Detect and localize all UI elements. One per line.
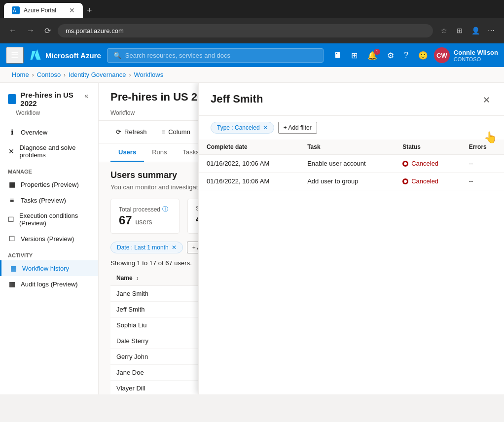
back-button[interactable]: ← [6, 24, 20, 37]
detail-col-task: Task [299, 140, 395, 155]
sidebar-item-versions[interactable]: ☐ Versions (Preview) [0, 231, 98, 246]
stat-total-processed: Total processed ⓘ 67 users [110, 199, 180, 234]
search-icon: 🔍 [113, 52, 121, 59]
sidebar-item-workflow-history[interactable]: ▦ Workflow history [0, 260, 98, 276]
feedback-btn[interactable]: 🙂 [414, 48, 432, 63]
sidebar-header: « Pre-hires in US 2022 Workflow [0, 83, 98, 124]
detail-cell-date: 01/16/2022, 10:06 AM [199, 155, 299, 173]
sidebar-item-execution[interactable]: ☐ Execution conditions (Preview) [0, 208, 98, 231]
sidebar-item-audit-logs[interactable]: ▦ Audit logs (Preview) [0, 276, 98, 292]
user-avatar: CW [434, 47, 450, 63]
sidebar-item-diagnose[interactable]: ✕ Diagnose and solve problems [0, 140, 98, 163]
svg-text:A: A [13, 8, 16, 13]
workflow-history-icon: ▦ [9, 264, 17, 272]
filter-date-label: Date : Last 1 month [117, 244, 169, 251]
detail-panel-header: Jeff Smith ✕ [199, 83, 504, 116]
sidebar-collapse-btn[interactable]: « [82, 91, 90, 101]
breadcrumb-identity-governance[interactable]: Identity Governance [69, 71, 126, 78]
sidebar-label-overview: Overview [21, 129, 47, 136]
detail-cell-status: Canceled [395, 155, 461, 173]
user-profile[interactable]: CW Connie Wilson CONTOSO [434, 47, 498, 63]
cloud-shell-btn[interactable]: 🖥 [329, 48, 345, 63]
notifications-btn[interactable]: 🔔1 [363, 48, 381, 63]
breadcrumb-sep-2: › [64, 71, 66, 78]
sidebar-label-versions: Versions (Preview) [21, 235, 74, 243]
breadcrumb-home[interactable]: Home [12, 71, 29, 78]
tasks-icon: ≡ [8, 196, 16, 204]
column-button[interactable]: ≡ Column [156, 125, 196, 139]
properties-icon: ▦ [8, 180, 16, 188]
portal-search-input[interactable] [125, 52, 317, 59]
new-tab-button[interactable]: + [83, 3, 96, 18]
detail-col-complete-date: Complete date [199, 140, 299, 155]
address-input[interactable] [58, 24, 433, 37]
sidebar-label-audit-logs: Audit logs (Preview) [21, 281, 78, 288]
detail-add-filter-btn[interactable]: + Add filter [278, 122, 317, 134]
breadcrumb-workflows[interactable]: Workflows [134, 71, 163, 78]
active-tab[interactable]: A Azure Portal ✕ [4, 3, 83, 18]
sidebar-section-manage: Manage [0, 163, 98, 176]
reload-button[interactable]: ⟳ [41, 24, 54, 37]
breadcrumb-sep-3: › [129, 71, 131, 78]
settings-btn[interactable]: ⚙ [383, 48, 398, 63]
star-icon[interactable]: ☆ [437, 24, 451, 37]
detail-panel-title: Jeff Smith [211, 93, 263, 106]
sidebar-item-tasks[interactable]: ≡ Tasks (Preview) [0, 192, 98, 208]
tab-users[interactable]: Users [110, 143, 144, 162]
detail-table-row[interactable]: 01/16/2022, 10:06 AM Enable user account… [199, 155, 504, 173]
detail-filter-chip-close[interactable]: ✕ [263, 124, 268, 131]
detail-cell-errors: -- [461, 173, 504, 190]
address-bar: ← → ⟳ ☆ ⊞ 👤 ⋯ [0, 18, 504, 43]
sidebar-item-overview[interactable]: ℹ Overview [0, 124, 98, 140]
versions-icon: ☐ [8, 235, 16, 243]
forward-button[interactable]: → [24, 24, 37, 37]
detail-type-filter-chip[interactable]: Type : Canceled ✕ [211, 122, 274, 134]
portal-app-name: Microsoft Azure [45, 51, 101, 60]
user-info: Connie Wilson CONTOSO [454, 49, 498, 62]
date-filter-chip[interactable]: Date : Last 1 month ✕ [110, 242, 183, 253]
browser-tabs: A Azure Portal ✕ + [0, 0, 504, 18]
workflow-icon [8, 94, 16, 104]
help-btn[interactable]: ? [400, 48, 412, 63]
detail-type-filter-label: Type : Canceled [217, 124, 260, 131]
tab-close-btn[interactable]: ✕ [69, 6, 75, 14]
detail-table-row[interactable]: 01/16/2022, 10:06 AM Add user to group C… [199, 173, 504, 190]
user-initials: CW [436, 52, 447, 59]
breadcrumb-contoso[interactable]: Contoso [37, 71, 61, 78]
filter-chip-close[interactable]: ✕ [172, 244, 177, 251]
sidebar-title: Pre-hires in US 2022 [20, 91, 82, 107]
sidebar-nav: ℹ Overview ✕ Diagnose and solve problems… [0, 124, 98, 292]
breadcrumb: Home › Contoso › Identity Governance › W… [0, 67, 504, 83]
refresh-label: Refresh [124, 128, 147, 136]
stat-total-value: 67 users [119, 213, 171, 227]
directories-btn[interactable]: ⊞ [347, 48, 361, 63]
hamburger-menu[interactable]: ☰ [6, 47, 24, 64]
detail-table-body: 01/16/2022, 10:06 AM Enable user account… [199, 155, 504, 190]
detail-table: Complete date Task Status Errors 01/16/2… [199, 140, 504, 190]
tab-runs[interactable]: Runs [144, 143, 175, 162]
detail-table-header-row: Complete date Task Status Errors [199, 140, 504, 155]
browser-toolbar-icons: ☆ ⊞ 👤 ⋯ [437, 24, 498, 37]
sidebar-label-properties: Properties (Preview) [21, 181, 79, 188]
more-icon[interactable]: ⋯ [484, 24, 498, 37]
sidebar-label-execution: Execution conditions (Preview) [19, 212, 90, 227]
diagnose-icon: ✕ [8, 147, 14, 155]
portal-search-box[interactable]: 🔍 [107, 48, 324, 63]
portal-header: ☰ Microsoft Azure 🔍 🖥 ⊞ 🔔1 ⚙ ? 🙂 CW Conn… [0, 43, 504, 67]
breadcrumb-sep-1: › [32, 71, 34, 78]
column-label: Column [168, 128, 190, 136]
detail-cell-errors: -- [461, 155, 504, 173]
portal-logo[interactable]: Microsoft Azure [30, 49, 101, 61]
portal-header-icons: 🖥 ⊞ 🔔1 ⚙ ? 🙂 CW Connie Wilson CONTOSO [329, 47, 498, 63]
user-name: Connie Wilson [454, 49, 498, 56]
profile-icon[interactable]: 👤 [468, 24, 482, 37]
refresh-button[interactable]: ⟳ Refresh [110, 125, 152, 139]
stat-total-label: Total processed ⓘ [119, 205, 171, 213]
user-tenant: CONTOSO [454, 56, 498, 62]
sidebar-item-properties[interactable]: ▦ Properties (Preview) [0, 176, 98, 192]
detail-cell-task: Enable user account [299, 155, 395, 173]
info-icon: ℹ [8, 128, 16, 136]
detail-cell-status: Canceled [395, 173, 461, 190]
detail-close-btn[interactable]: ✕ [481, 93, 492, 107]
collection-icon[interactable]: ⊞ [453, 24, 467, 37]
